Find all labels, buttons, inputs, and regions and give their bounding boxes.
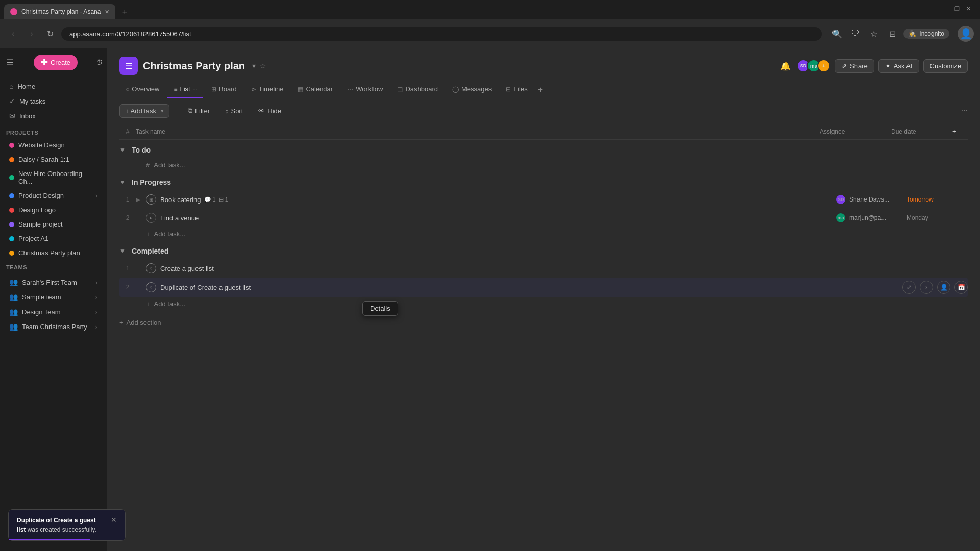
assignee-name: Shane Daws... xyxy=(849,196,889,203)
add-task-in-progress[interactable]: + Add task... xyxy=(119,227,968,241)
search-icon[interactable]: 🔍 xyxy=(830,27,844,41)
task-name-text: Duplicate of Create a guest list xyxy=(160,284,251,291)
sidebar-item-sample-team[interactable]: 👥 Sample team xyxy=(3,290,104,304)
add-task-completed[interactable]: + Add task... xyxy=(119,297,968,311)
section-collapse-icon[interactable]: ▼ xyxy=(119,247,128,255)
maximize-button[interactable]: ❐ xyxy=(953,5,961,12)
project-title-actions: ▾ ☆ xyxy=(252,62,266,70)
tab-board[interactable]: ⊞ Board xyxy=(205,81,243,98)
add-task-button[interactable]: + Add task ▾ xyxy=(119,104,169,118)
sidebar-item-design-logo[interactable]: Design Logo xyxy=(3,203,104,217)
sidebar-item-inbox[interactable]: ✉ Inbox xyxy=(3,109,104,123)
sidebar-item-label: My tasks xyxy=(19,97,45,105)
tab-calendar[interactable]: ▦ Calendar xyxy=(291,81,339,98)
team-icon: 👥 xyxy=(9,308,18,316)
sidebar-item-sarahs-team[interactable]: 👥 Sarah's First Team xyxy=(3,275,104,289)
tab-files[interactable]: ⊟ Files xyxy=(500,81,533,98)
incognito-icon: 🕵 xyxy=(909,30,916,37)
more-options-button[interactable]: ··· xyxy=(961,106,968,115)
section-to-do-header[interactable]: ▼ To do xyxy=(119,142,968,158)
task-date-icon[interactable]: 📅 xyxy=(954,281,968,294)
refresh-button[interactable]: ↻ xyxy=(43,27,57,41)
task-expand-icon[interactable]: ▶ xyxy=(136,196,146,203)
task-detail-icon[interactable]: › xyxy=(920,281,933,294)
hamburger-button[interactable]: ☰ xyxy=(4,56,15,69)
tab-workflow[interactable]: ⋯ Workflow xyxy=(341,81,389,98)
star-icon[interactable]: ☆ xyxy=(260,62,266,70)
sidebar-item-daisy-sarah[interactable]: Daisy / Sarah 1:1 xyxy=(3,153,104,166)
notification-close-button[interactable]: ✕ xyxy=(111,516,117,524)
assignee-avatar: ma xyxy=(835,212,846,223)
back-button[interactable]: ‹ xyxy=(6,27,20,41)
sidebar-item-project-a1[interactable]: Project A1 xyxy=(3,232,104,245)
sidebar-item-christmas-party[interactable]: Christmas Party plan xyxy=(3,246,104,260)
sidebar-item-website-design[interactable]: Website Design xyxy=(3,138,104,152)
extension-icon[interactable]: 🛡 xyxy=(848,27,863,41)
customize-button[interactable]: Customize xyxy=(923,59,968,73)
sidebar-item-team-christmas[interactable]: 👥 Team Christmas Party xyxy=(3,319,104,334)
sidebar-item-new-hire[interactable]: New Hire Onboarding Ch... xyxy=(3,167,104,188)
share-button[interactable]: ⇗ Share xyxy=(835,59,874,73)
forward-button[interactable]: › xyxy=(24,27,39,41)
notification-banner: Duplicate of Create a guest list was cre… xyxy=(8,509,126,541)
task-row[interactable]: 2 ○ Find a venue ma marjun@pa... Monday xyxy=(119,209,968,227)
sidebar-item-my-tasks[interactable]: ✓ My tasks xyxy=(3,94,104,108)
task-checkbox[interactable]: ○ xyxy=(146,282,156,292)
task-checkbox[interactable]: ○ xyxy=(146,263,156,273)
project-title: Christmas Party plan xyxy=(143,60,245,72)
close-button[interactable]: ✕ xyxy=(965,5,972,12)
sidebar-item-sample-project[interactable]: Sample project xyxy=(3,217,104,231)
task-row[interactable]: 2 ○ Duplicate of Create a guest list ⤢ ›… xyxy=(119,278,968,297)
sidebar-icon[interactable]: ⊟ xyxy=(885,27,899,41)
section-collapse-icon[interactable]: ▼ xyxy=(119,179,128,186)
sidebar-item-label: Daisy / Sarah 1:1 xyxy=(18,156,69,163)
sidebar-item-home[interactable]: ⌂ Home xyxy=(3,79,104,93)
profile-button[interactable]: 👤 xyxy=(958,26,974,42)
bell-icon[interactable]: 🔔 xyxy=(778,59,793,73)
toolbar: + Add task ▾ ⧉ Filter ↕ Sort 👁 Hide ··· xyxy=(107,98,980,123)
task-link-icon[interactable]: ⤢ xyxy=(902,281,916,294)
tab-overview[interactable]: ○ Overview xyxy=(119,81,165,98)
tab-timeline[interactable]: ⊳ Timeline xyxy=(245,81,290,98)
ask-ai-button[interactable]: ✦ Ask AI xyxy=(878,59,919,73)
add-task-to-do[interactable]: # Add task... xyxy=(119,158,968,172)
ask-ai-label: Ask AI xyxy=(894,62,913,70)
task-row[interactable]: 1 ○ Create a guest list xyxy=(119,259,968,278)
task-row[interactable]: 1 ▶ ⊞ Book catering 💬 1 ⊟ 1 SD Shane Daw… xyxy=(119,190,968,209)
sidebar-item-label: Website Design xyxy=(18,141,65,149)
dashboard-icon: ◫ xyxy=(397,86,403,93)
project-dot xyxy=(9,143,14,148)
team-icon: 👥 xyxy=(9,322,18,331)
tab-messages[interactable]: ◯ Messages xyxy=(446,81,498,98)
sort-button[interactable]: ↕ Sort xyxy=(219,104,249,118)
hide-button[interactable]: 👁 Hide xyxy=(253,104,287,118)
search-button[interactable]: ⏱ xyxy=(96,59,103,66)
section-collapse-icon[interactable]: ▼ xyxy=(119,146,128,154)
sidebar-item-product-design[interactable]: Product Design xyxy=(3,189,104,203)
calendar-icon: ▦ xyxy=(298,86,303,93)
tab-dashboard[interactable]: ◫ Dashboard xyxy=(391,81,444,98)
task-assignee-icon[interactable]: 👤 xyxy=(937,281,950,294)
add-column-button[interactable]: + xyxy=(952,128,968,135)
filter-button[interactable]: ⧉ Filter xyxy=(182,104,215,118)
section-in-progress-header[interactable]: ▼ In Progress xyxy=(119,174,968,190)
minimize-button[interactable]: ─ xyxy=(942,5,949,12)
dropdown-icon[interactable]: ▾ xyxy=(252,62,256,70)
section-completed-header[interactable]: ▼ Completed xyxy=(119,243,968,259)
task-checkbox[interactable]: ⊞ xyxy=(146,194,156,205)
new-tab-button[interactable]: + xyxy=(117,5,132,19)
bookmark-icon[interactable]: ☆ xyxy=(867,27,881,41)
sidebar-item-design-team[interactable]: 👥 Design Team xyxy=(3,305,104,319)
address-bar[interactable] xyxy=(61,27,822,41)
task-list-container: # Task name Assignee Due date + ▼ To do … xyxy=(107,123,980,551)
tab-close-button[interactable]: ✕ xyxy=(105,9,109,15)
projects-list: Website Design Daisy / Sarah 1:1 New Hir… xyxy=(0,138,107,260)
add-section-button[interactable]: + Add section xyxy=(119,315,968,331)
section-to-do: ▼ To do # Add task... xyxy=(119,142,968,172)
task-checkbox[interactable]: ○ xyxy=(146,213,156,223)
tab-list[interactable]: ≡ List ··· xyxy=(167,81,203,98)
add-task-dropdown-icon[interactable]: ▾ xyxy=(161,108,164,114)
create-button[interactable]: ✚ Create xyxy=(34,55,78,70)
browser-tab-active[interactable]: Christmas Party plan - Asana ✕ xyxy=(4,4,115,19)
add-tab-button[interactable]: + xyxy=(538,85,543,94)
